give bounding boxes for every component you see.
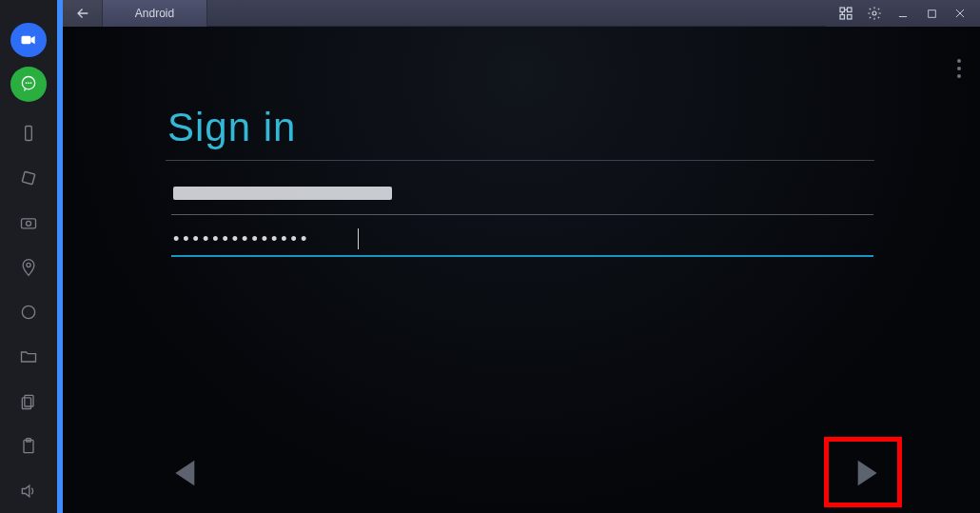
window-controls	[826, 0, 980, 27]
title-underline	[166, 160, 874, 161]
copy-icon[interactable]	[17, 390, 40, 412]
svg-rect-5	[26, 127, 32, 141]
email-redaction	[173, 187, 392, 200]
paste-icon[interactable]	[17, 435, 40, 457]
svg-point-4	[30, 83, 32, 85]
tab-android[interactable]: Android	[103, 0, 207, 27]
password-field[interactable]	[171, 227, 873, 257]
rotate-icon[interactable]	[17, 168, 40, 189]
page-title: Sign in	[167, 105, 296, 150]
tab-label: Android	[135, 7, 174, 20]
folder-icon[interactable]	[17, 345, 40, 367]
titlebar-back-button[interactable]	[63, 0, 103, 27]
svg-point-8	[27, 221, 31, 226]
svg-point-9	[27, 263, 30, 266]
chat-icon[interactable]	[10, 67, 47, 101]
svg-point-10	[22, 306, 34, 318]
svg-point-2	[26, 83, 28, 85]
sidebar-accent	[57, 0, 63, 513]
android-screen: Sign in	[63, 27, 980, 513]
nav-back-button[interactable]	[167, 454, 206, 496]
minimize-button[interactable]	[889, 0, 917, 27]
svg-rect-7	[22, 219, 36, 228]
phone-icon[interactable]	[17, 123, 40, 145]
maximize-button[interactable]	[917, 0, 946, 27]
svg-rect-0	[22, 36, 31, 44]
text-cursor	[358, 228, 359, 249]
titlebar: Android	[63, 0, 980, 27]
svg-rect-18	[848, 15, 853, 20]
svg-rect-17	[840, 15, 845, 20]
gear-icon[interactable]	[860, 0, 889, 27]
svg-rect-15	[840, 8, 845, 12]
overflow-menu-icon[interactable]	[957, 59, 961, 78]
svg-rect-12	[22, 398, 30, 409]
camera-icon[interactable]	[17, 212, 40, 234]
keymap-icon[interactable]	[832, 0, 860, 27]
volume-icon[interactable]	[17, 480, 40, 502]
svg-point-21	[872, 11, 876, 15]
video-camera-icon[interactable]	[10, 23, 47, 57]
svg-rect-6	[22, 171, 34, 184]
apk-icon[interactable]	[17, 301, 40, 323]
location-icon[interactable]	[17, 256, 40, 278]
nav-next-button[interactable]	[847, 454, 885, 496]
svg-point-3	[28, 83, 29, 85]
svg-rect-11	[25, 395, 33, 406]
svg-rect-23	[928, 10, 935, 17]
svg-rect-16	[848, 8, 853, 12]
close-button[interactable]	[946, 0, 974, 27]
app-sidebar	[0, 0, 57, 513]
